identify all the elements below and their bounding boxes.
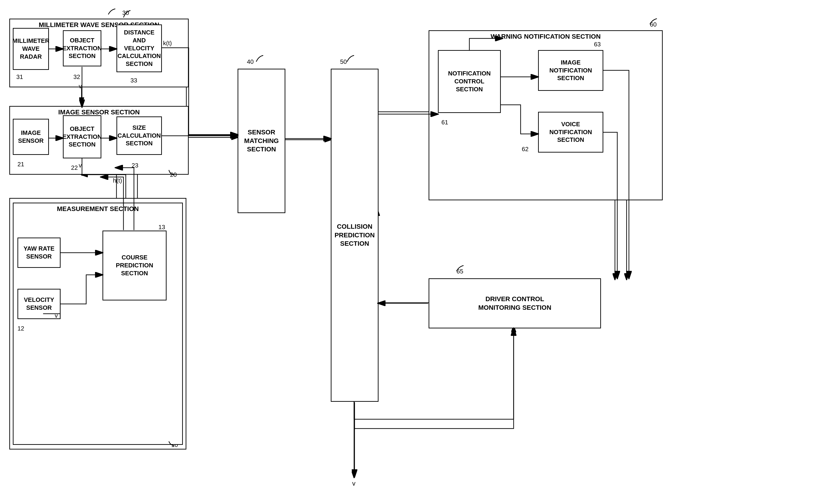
warning-section-label: WARNING NOTIFICATION SECTION <box>429 33 662 40</box>
course-pred-block: COURSEPREDICTIONSECTION <box>102 231 167 301</box>
img-section-label: IMAGE SENSOR SECTION <box>10 109 188 116</box>
ref-23: 23 <box>132 162 138 169</box>
ref-31: 31 <box>16 73 23 81</box>
ref-30: 30 <box>122 9 129 17</box>
velocity-sensor-block: VELOCITYSENSOR <box>17 289 61 319</box>
v-label-2: v <box>79 162 82 169</box>
ref-21: 21 <box>17 161 24 168</box>
v-label-1: v <box>79 83 82 90</box>
v-label-3: v <box>55 312 58 319</box>
img-notif-block: IMAGENOTIFICATIONSECTION <box>538 50 603 91</box>
voice-notif-block: VOICENOTIFICATIONSECTION <box>538 112 603 153</box>
ref-65: 65 <box>457 268 463 275</box>
ref-33: 33 <box>130 77 137 84</box>
measurement-section-label: MEASUREMENT SECTION <box>14 205 182 213</box>
ref-20: 20 <box>170 171 177 178</box>
notif-ctrl-block: NOTIFICATIONCONTROLSECTION <box>438 50 501 113</box>
img-sensor-block: IMAGESENSOR <box>13 119 49 155</box>
diagram: MILLIMETER WAVE SENSOR SECTION 30 MILLIM… <box>0 0 836 504</box>
ref-40: 40 <box>247 58 254 65</box>
driver-ctrl-block: DRIVER CONTROLMONITORING SECTION <box>429 278 601 328</box>
ref-60: 60 <box>650 21 657 28</box>
ht-label: h(t) <box>113 177 122 184</box>
ref-32: 32 <box>73 73 80 81</box>
ref-62: 62 <box>522 146 529 153</box>
ref-61: 61 <box>441 119 448 126</box>
ref-13: 13 <box>158 224 165 231</box>
size-calc-block: SIZECALCULATIONSECTION <box>116 116 162 155</box>
ref-50: 50 <box>340 58 347 65</box>
v-label-bottom: v <box>352 480 356 487</box>
ref-63: 63 <box>594 41 601 48</box>
ref-12: 12 <box>17 325 24 332</box>
kt-label: k(t) <box>163 40 172 47</box>
ref-22: 22 <box>71 164 78 171</box>
obj-extract-2-block: OBJECTEXTRACTIONSECTION <box>63 115 101 158</box>
mmw-radar-block: MILLIMETERWAVERADAR <box>13 28 49 70</box>
yaw-rate-sensor-block: YAW RATESENSOR <box>17 237 61 268</box>
sensor-matching-block: SENSORMATCHINGSECTION <box>238 69 285 213</box>
obj-extract-1-block: OBJECTEXTRACTIONSECTION <box>63 30 101 66</box>
dist-vel-calc-block: DISTANCEAND VELOCITYCALCULATIONSECTION <box>116 24 162 72</box>
collision-pred-block: COLLISIONPREDICTIONSECTION <box>331 69 379 402</box>
